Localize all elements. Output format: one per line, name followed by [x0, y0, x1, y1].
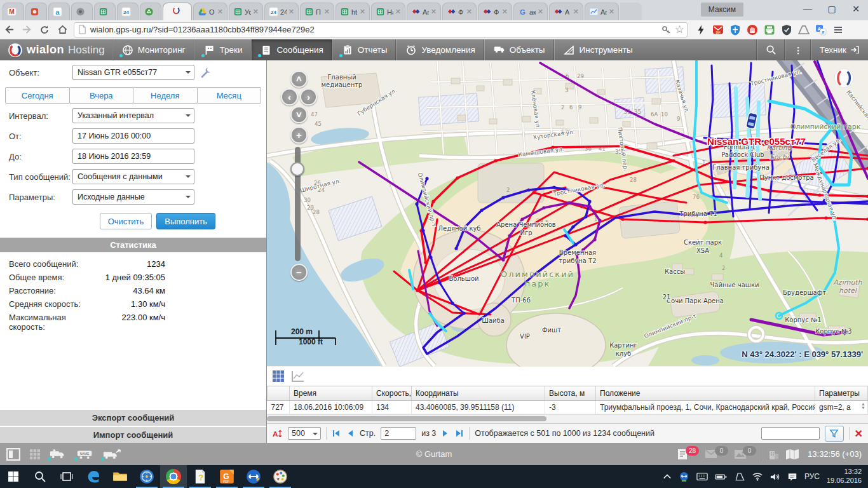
chrome-menu-icon[interactable]	[832, 24, 844, 36]
bookmark-star-icon[interactable]: ☆	[675, 24, 684, 35]
printer-extension-icon[interactable]	[764, 24, 775, 36]
execute-button[interactable]: Выполнить	[156, 213, 215, 229]
browser-tab[interactable]: Ф✕	[442, 3, 477, 20]
nav-user-button[interactable]: Техник	[811, 39, 868, 60]
tab-close-icon[interactable]: ✕	[466, 8, 472, 15]
quick-button-сегодня[interactable]: Сегодня	[5, 87, 70, 104]
teamviewer-taskbar-icon[interactable]	[240, 465, 267, 488]
pinned-tab-sheet[interactable]	[94, 3, 116, 20]
nav-item-отчеты[interactable]: Отчеты	[332, 39, 397, 60]
chrome-taskbar-icon[interactable]	[160, 465, 187, 488]
paint-app-taskbar-icon[interactable]	[267, 465, 294, 488]
zoom-in-button[interactable]: +	[290, 126, 308, 144]
browser-tab[interactable]: П✕	[300, 3, 334, 20]
table-search-input[interactable]	[761, 427, 820, 440]
pan-down-button[interactable]: ˅	[290, 106, 308, 123]
table-column-header[interactable]: Параметры	[815, 386, 868, 401]
help-doc-taskbar-icon[interactable]: ?	[187, 465, 214, 488]
object-select[interactable]: Nissan GTR e055ст77	[72, 65, 194, 80]
tray-notifications-icon[interactable]	[787, 472, 797, 482]
first-page-button[interactable]	[332, 429, 341, 438]
table-cell[interactable]: 727	[268, 401, 290, 414]
table-column-header[interactable]: Высота, м	[545, 386, 596, 401]
pan-up-button[interactable]: ˄	[290, 71, 308, 88]
cell-sort-arrows[interactable]: ▲▼	[861, 402, 865, 410]
gpdf-taskbar-icon[interactable]: GPDF	[214, 465, 240, 488]
filter-button[interactable]	[825, 426, 844, 442]
to-input[interactable]: 18 Июнь 2016 23:59	[72, 149, 194, 164]
nav-item-инструменты[interactable]: Инструменты	[554, 39, 642, 60]
window-minimize-button[interactable]: —	[796, 0, 820, 18]
tray-volume-icon[interactable]	[770, 472, 780, 482]
nav-item-объекты[interactable]: Объекты	[484, 39, 554, 60]
page-number-input[interactable]: 2	[381, 427, 416, 440]
password-key-icon[interactable]	[661, 25, 671, 35]
browser-tab[interactable]: Ус✕	[229, 3, 263, 20]
url-bar[interactable]: wialon.gps-ug.ru/?sid=01236aaa1180cbb34f…	[74, 22, 688, 37]
compass-app-taskbar-icon[interactable]	[133, 465, 160, 488]
table-column-header[interactable]: Положение	[596, 386, 815, 401]
pinned-tab-recycle[interactable]	[140, 3, 161, 20]
quick-button-вчера[interactable]: Вчера	[69, 87, 134, 104]
tray-drive-icon[interactable]	[734, 472, 745, 482]
back-button[interactable]	[0, 22, 18, 38]
table-column-header[interactable]	[268, 386, 290, 401]
nav-item-мониторинг[interactable]: Мониторинг	[112, 39, 194, 60]
quick-button-неделя[interactable]: Неделя	[133, 87, 198, 104]
table-cell[interactable]: -3	[545, 401, 596, 414]
prev-page-button[interactable]	[346, 429, 355, 438]
tray-battery-icon[interactable]	[715, 473, 727, 481]
pinned-tab-b24[interactable]: 24	[117, 3, 139, 20]
tab-close-icon[interactable]: ✕	[431, 8, 437, 15]
browser-tab[interactable]: ht✕	[336, 3, 370, 20]
tab-close-icon[interactable]: ✕	[324, 8, 330, 15]
shield-dark-extension-icon[interactable]	[781, 24, 792, 36]
tab-close-icon[interactable]: ✕	[573, 8, 579, 15]
table-horizontal-scrollbar[interactable]	[267, 414, 868, 423]
table-cell[interactable]: Триумфальный проезд, 1, Сочи, Краснодарс…	[596, 401, 815, 414]
shield-blue-extension-icon[interactable]	[729, 24, 741, 36]
table-cell[interactable]: 134	[372, 401, 412, 414]
pan-right-button[interactable]: ›	[300, 88, 317, 105]
clear-button[interactable]: Очистить	[100, 213, 153, 229]
edge-taskbar-icon[interactable]	[80, 465, 107, 488]
mail-extension-icon[interactable]: 864	[712, 24, 724, 36]
nav-search-button[interactable]	[757, 39, 785, 60]
table-cell[interactable]: 18.06.2016 10:06:09	[290, 401, 372, 414]
table-cell[interactable]: 43.4060085, 39.9511158 (11)	[412, 401, 545, 414]
import-messages-button[interactable]: Импорт сообщений	[0, 426, 266, 443]
browser-tab[interactable]: 2424 (2✕	[264, 3, 299, 20]
browser-profile[interactable]: Максим	[701, 3, 743, 17]
tray-expand-icon[interactable]	[663, 473, 672, 480]
tab-close-icon[interactable]: ✕	[395, 8, 401, 15]
zoom-slider-handle[interactable]	[290, 162, 304, 176]
nav-item-сообщения[interactable]: Сообщения	[251, 39, 332, 60]
mail-status-icon[interactable]: 0	[705, 449, 728, 459]
tray-clock[interactable]: 13:3219.06.2016	[827, 468, 862, 485]
table-cell[interactable]: gsm=2, a▲▼	[815, 401, 868, 414]
tray-teamviewer-icon[interactable]	[679, 471, 689, 482]
url-text[interactable]: wialon.gps-ug.ru/?sid=01236aaa1180cbb34f…	[90, 25, 315, 34]
reload-button[interactable]	[36, 22, 53, 38]
browser-tab[interactable]: Аг✕	[407, 3, 441, 20]
tab-close-icon[interactable]: ✕	[253, 8, 259, 15]
window-close-button[interactable]: ✕	[844, 0, 868, 18]
tab-close-icon[interactable]: ✕	[538, 8, 543, 15]
forward-button[interactable]	[18, 22, 36, 38]
notifications-icon[interactable]: 28	[677, 448, 699, 461]
translate-extension-icon[interactable]: Aя	[815, 24, 827, 36]
export-messages-button[interactable]: Экспорт сообщений	[0, 409, 266, 426]
nav-item-уведомления[interactable]: Уведомления	[396, 39, 484, 60]
media-status-icon[interactable]: 0	[734, 449, 756, 459]
tray-wifi-icon[interactable]	[752, 472, 763, 481]
drive-extension-icon[interactable]	[798, 24, 810, 36]
tray-keyboard-icon[interactable]	[696, 472, 708, 481]
interval-select[interactable]: Указанный интервал	[72, 108, 194, 123]
browser-tab[interactable]: На✕	[371, 3, 405, 20]
table-view-icon[interactable]	[272, 370, 285, 383]
pan-left-button[interactable]: ‹	[281, 88, 298, 105]
pinned-tab-reddot[interactable]	[25, 3, 47, 20]
page-size-select[interactable]: 500	[288, 427, 321, 440]
message-type-select[interactable]: Сообщения с данными	[72, 169, 194, 184]
from-input[interactable]: 17 Июнь 2016 00:00	[72, 128, 194, 144]
